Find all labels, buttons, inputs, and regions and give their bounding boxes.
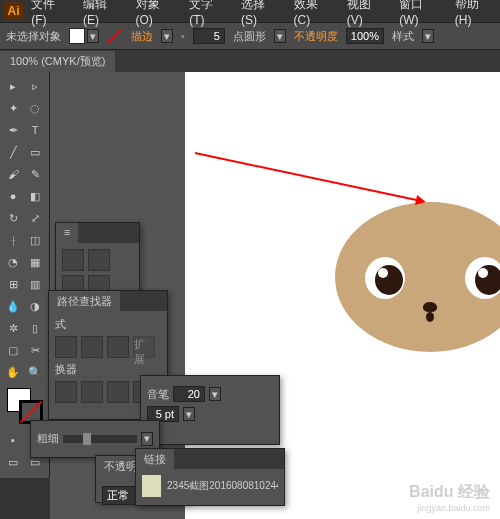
corner-value[interactable]: 20 bbox=[173, 386, 205, 402]
fill-dropdown[interactable]: ▾ bbox=[87, 29, 99, 43]
menu-window[interactable]: 窗口(W) bbox=[393, 0, 447, 30]
stroke-swatch[interactable] bbox=[107, 28, 123, 44]
color-mode[interactable]: ▪ bbox=[3, 430, 23, 450]
pencil-tool[interactable]: ✎ bbox=[25, 164, 45, 184]
eraser-tool[interactable]: ◧ bbox=[25, 186, 45, 206]
hand-tool[interactable]: ✋ bbox=[3, 362, 23, 382]
opacity-label: 不透明度 bbox=[294, 29, 338, 44]
stroke-label: 描边 bbox=[131, 29, 153, 44]
corner-dd[interactable]: ▾ bbox=[209, 387, 221, 401]
minus-front[interactable] bbox=[81, 336, 103, 358]
artwork-character[interactable] bbox=[335, 202, 500, 352]
width-tool[interactable]: ⟊ bbox=[3, 230, 23, 250]
rotate-tool[interactable]: ↻ bbox=[3, 208, 23, 228]
trim[interactable] bbox=[81, 381, 103, 403]
symbol-tool[interactable]: ✲ bbox=[3, 318, 23, 338]
gradient-tool[interactable]: ▥ bbox=[25, 274, 45, 294]
artwork-eye-left bbox=[365, 257, 405, 299]
artboard-tool[interactable]: ▢ bbox=[3, 340, 23, 360]
link-filename[interactable]: 2345截图20160808102442... bbox=[167, 479, 278, 493]
menu-effect[interactable]: 效果(C) bbox=[288, 0, 339, 30]
merge[interactable] bbox=[107, 381, 129, 403]
pathfinder-tab[interactable]: 路径查找器 bbox=[49, 291, 120, 311]
artwork-mouth bbox=[426, 312, 434, 322]
selection-status: 未选择对象 bbox=[6, 29, 61, 44]
zoom-tool[interactable]: 🔍 bbox=[25, 362, 45, 382]
menu-object[interactable]: 对象(O) bbox=[130, 0, 182, 30]
align-tab[interactable]: ≡ bbox=[56, 223, 78, 243]
link-thumbnail bbox=[142, 475, 161, 497]
intersect[interactable] bbox=[107, 336, 129, 358]
opacity-field[interactable]: 100% bbox=[346, 28, 384, 44]
links-panel[interactable]: 链接 2345截图20160808102442... bbox=[135, 448, 285, 506]
divide[interactable] bbox=[55, 381, 77, 403]
corner-label: 音笔 bbox=[147, 387, 169, 402]
menu-view[interactable]: 视图(V) bbox=[341, 0, 391, 30]
screen-mode[interactable]: ▭ bbox=[3, 452, 23, 472]
weight-label: 粗细 bbox=[37, 431, 59, 446]
annotation-arrow bbox=[195, 152, 420, 202]
shape-mode-label: 式 bbox=[55, 317, 161, 332]
menu-text[interactable]: 文字(T) bbox=[183, 0, 233, 30]
stroke-weight-dropdown[interactable]: ▾ bbox=[161, 29, 173, 43]
style-dropdown[interactable]: ▾ bbox=[422, 29, 434, 43]
rectangle-tool[interactable]: ▭ bbox=[25, 142, 45, 162]
weight-dd[interactable]: ▾ bbox=[141, 432, 153, 446]
graph-tool[interactable]: ▯ bbox=[25, 318, 45, 338]
toolbox: ▸▹ ✦◌ ✒T ╱▭ 🖌✎ ●◧ ↻⤢ ⟊◫ ◔▦ ⊞▥ 💧◑ ✲▯ ▢✂ ✋… bbox=[0, 72, 50, 478]
direct-select-tool[interactable]: ▹ bbox=[25, 76, 45, 96]
line-tool[interactable]: ╱ bbox=[3, 142, 23, 162]
artwork-nose bbox=[423, 302, 437, 312]
menu-file[interactable]: 文件(F) bbox=[25, 0, 75, 30]
fill-stroke-indicator[interactable] bbox=[7, 388, 43, 424]
watermark: Baidu 经验 jingyan.baidu.com bbox=[409, 482, 490, 513]
menu-edit[interactable]: 编辑(E) bbox=[77, 0, 127, 30]
brush-tool[interactable]: 🖌 bbox=[3, 164, 23, 184]
stroke-panel[interactable]: 音笔 20 ▾ 5 pt ▾ bbox=[140, 375, 280, 445]
free-transform-tool[interactable]: ◫ bbox=[25, 230, 45, 250]
align-left[interactable] bbox=[62, 249, 84, 271]
fill-swatch[interactable] bbox=[69, 28, 85, 44]
unite[interactable] bbox=[55, 336, 77, 358]
type-tool[interactable]: T bbox=[25, 120, 45, 140]
align-center[interactable] bbox=[88, 249, 110, 271]
selection-tool[interactable]: ▸ bbox=[3, 76, 23, 96]
weight-slider[interactable] bbox=[63, 435, 137, 443]
blob-tool[interactable]: ● bbox=[3, 186, 23, 206]
slice-tool[interactable]: ✂ bbox=[25, 340, 45, 360]
menu-select[interactable]: 选择(S) bbox=[235, 0, 285, 30]
limit-dd[interactable]: ▾ bbox=[183, 407, 195, 421]
pen-tool[interactable]: ✒ bbox=[3, 120, 23, 140]
shape-builder-tool[interactable]: ◔ bbox=[3, 252, 23, 272]
artwork-eye-right bbox=[465, 257, 500, 299]
expand-btn[interactable]: 扩展 bbox=[133, 336, 155, 358]
app-logo: Ai bbox=[4, 2, 23, 20]
perspective-tool[interactable]: ▦ bbox=[25, 252, 45, 272]
menu-help[interactable]: 帮助(H) bbox=[449, 0, 500, 30]
blend-tool[interactable]: ◑ bbox=[25, 296, 45, 316]
document-tab[interactable]: 100% (CMYK/预览) bbox=[0, 51, 115, 72]
magic-wand-tool[interactable]: ✦ bbox=[3, 98, 23, 118]
style-label: 样式 bbox=[392, 29, 414, 44]
menu-bar: Ai 文件(F) 编辑(E) 对象(O) 文字(T) 选择(S) 效果(C) 视… bbox=[0, 0, 500, 22]
point-value-field[interactable]: 5 bbox=[193, 28, 225, 44]
document-tabs: 100% (CMYK/预览) bbox=[0, 50, 500, 72]
brush-dropdown[interactable]: ▾ bbox=[274, 29, 286, 43]
lasso-tool[interactable]: ◌ bbox=[25, 98, 45, 118]
eyedropper-tool[interactable]: 💧 bbox=[3, 296, 23, 316]
scale-tool[interactable]: ⤢ bbox=[25, 208, 45, 228]
point-unit: 点圆形 bbox=[233, 29, 266, 44]
links-tab[interactable]: 链接 bbox=[136, 449, 174, 469]
mesh-tool[interactable]: ⊞ bbox=[3, 274, 23, 294]
